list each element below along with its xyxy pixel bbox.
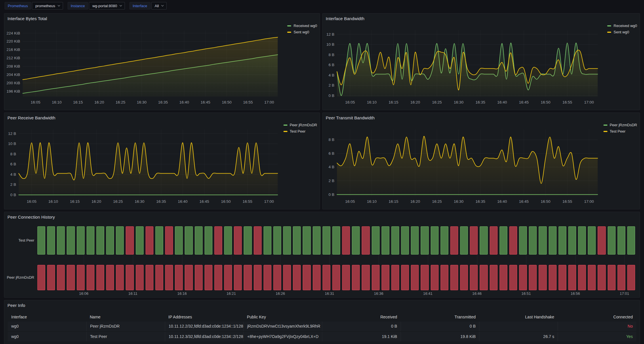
state-bar-disconnected xyxy=(214,265,222,290)
var-select-prometheus[interactable]: prometheus xyxy=(32,2,63,9)
x-axis-tick-label: 16:11 xyxy=(128,291,138,296)
state-bar-disconnected xyxy=(155,265,163,290)
x-axis-tick-label: 16:20 xyxy=(94,100,104,104)
chart-legend: Received wg0Sent wg0 xyxy=(607,24,637,36)
chart-canvas[interactable]: 196 KiB200 KiB204 KiB208 KiB212 KiB216 K… xyxy=(4,14,320,110)
column-header-transmitted[interactable]: Transmitted xyxy=(401,312,479,322)
x-axis-tick-label: 16:25 xyxy=(113,199,123,204)
cell-public-key: +8he+pyWH7Oa9g2FVjIxQzy04brLX+D xyxy=(243,332,322,341)
state-bar-disconnected xyxy=(450,226,458,255)
cell-received: 19.1 KiB xyxy=(322,332,401,341)
legend-item[interactable]: Peer jRzmDsDR xyxy=(603,123,637,127)
state-bar-disconnected xyxy=(598,265,605,290)
state-bar-disconnected xyxy=(47,265,55,290)
column-header-name[interactable]: Name xyxy=(86,312,165,322)
x-axis-tick-label: 16:36 xyxy=(374,291,384,296)
panel-title[interactable]: Peer Info xyxy=(7,303,25,308)
chevron-down-icon xyxy=(119,4,122,6)
state-bar-disconnected xyxy=(618,265,625,290)
column-header-received[interactable]: Received xyxy=(322,312,401,322)
column-header-last-handshake[interactable]: Last Handshake xyxy=(479,312,558,322)
state-bar-disconnected xyxy=(126,265,134,290)
y-axis-tick-label: 6 B xyxy=(329,63,334,67)
panel-title[interactable]: Peer Receive Bandwidth xyxy=(7,115,55,120)
x-axis-tick-label: 16:26 xyxy=(276,291,285,296)
x-axis-tick-label: 16:25 xyxy=(116,100,125,104)
legend-series-swatch xyxy=(603,125,607,126)
y-axis-tick-label: 8 B xyxy=(10,152,16,156)
panel-title[interactable]: Interface Bytes Total xyxy=(7,16,47,21)
chart-canvas[interactable]: 0 B2 B4 B6 B8 B10 B12 B16:0516:1016:1516… xyxy=(323,14,640,110)
x-axis-tick-label: 16:40 xyxy=(178,199,188,204)
legend-series-swatch xyxy=(607,32,611,33)
var-select-instance[interactable]: wg-portal:8080 xyxy=(89,2,125,9)
legend-item[interactable]: Received wg0 xyxy=(287,24,317,28)
x-axis-tick-label: 16:10 xyxy=(367,100,377,104)
y-axis-tick-label: 196 KiB xyxy=(7,89,20,93)
panel-title[interactable]: Interface Bandwidth xyxy=(326,16,364,21)
state-bar-connected xyxy=(421,226,428,255)
state-bar-connected xyxy=(37,226,45,255)
cell-received: 0 B xyxy=(322,322,401,331)
x-axis-tick-label: 16:45 xyxy=(519,199,529,204)
state-bar-connected xyxy=(195,226,203,255)
panel-interface-bandwidth: Interface Bandwidth 0 B2 B4 B6 B8 B10 B1… xyxy=(322,13,640,110)
x-axis-tick-label: 16:50 xyxy=(541,199,550,204)
state-bar-disconnected xyxy=(116,265,124,290)
x-axis-tick-label: 16:10 xyxy=(52,100,62,104)
legend-item[interactable]: Test Peer xyxy=(603,129,637,133)
state-bar-disconnected xyxy=(411,265,419,290)
state-bar-disconnected xyxy=(529,265,537,290)
legend-item[interactable]: Sent wg0 xyxy=(287,30,317,34)
x-axis-tick-label: 17:00 xyxy=(584,199,594,204)
var-select-interface[interactable]: All xyxy=(151,2,167,9)
state-bar-disconnected xyxy=(273,265,281,290)
x-axis-tick-label: 16:55 xyxy=(562,100,572,104)
state-bar-connected xyxy=(244,226,251,255)
legend-item[interactable]: Sent wg0 xyxy=(607,30,637,34)
var-label-interface: Interface xyxy=(129,2,150,9)
state-bar-connected xyxy=(273,226,281,255)
state-bar-disconnected xyxy=(362,265,369,290)
legend-series-label: Peer jRzmDsDR xyxy=(610,123,637,127)
legend-series-swatch xyxy=(287,25,291,26)
legend-item[interactable]: Peer jRzmDsDR xyxy=(283,123,317,127)
state-bar-disconnected xyxy=(185,265,193,290)
x-axis-tick-label: 16:45 xyxy=(201,100,210,104)
chart-legend: Received wg0Sent wg0 xyxy=(287,24,317,36)
legend-series-label: Test Peer xyxy=(610,129,626,133)
legend-series-swatch xyxy=(283,131,287,132)
state-bar-disconnected xyxy=(165,265,173,290)
var-group-interface: Interface All xyxy=(129,2,167,9)
column-header-ip-addresses[interactable]: IP Addresses xyxy=(165,312,243,322)
x-axis-tick-label: 16:56 xyxy=(571,291,580,296)
column-header-public-key[interactable]: Public Key xyxy=(243,312,322,322)
state-bar-disconnected xyxy=(460,265,468,290)
legend-item[interactable]: Test Peer xyxy=(283,129,317,133)
state-bar-disconnected xyxy=(126,226,134,255)
state-bar-disconnected xyxy=(608,265,616,290)
state-bar-disconnected xyxy=(244,265,251,290)
cell-connected: No xyxy=(558,322,636,331)
y-axis-tick-label: 4 B xyxy=(329,73,334,77)
panel-title[interactable]: Peer Connection History xyxy=(7,215,55,219)
y-axis-tick-label: 220 KiB xyxy=(7,39,20,43)
state-bar-disconnected xyxy=(57,265,65,290)
state-bar-disconnected xyxy=(234,265,242,290)
state-bar-connected xyxy=(411,226,419,255)
chart-legend: Peer jRzmDsDRTest Peer xyxy=(603,123,637,135)
x-axis-tick-label: 16:55 xyxy=(562,199,572,204)
chart-canvas[interactable]: 0 B2 B4 B6 B8 B10 B12 B16:0516:1016:1516… xyxy=(4,113,320,209)
panel-title[interactable]: Peer Transmit Bandwidth xyxy=(326,115,375,120)
timeline-row-label: Test Peer xyxy=(4,238,34,242)
state-bar-connected xyxy=(303,226,310,255)
chart-canvas[interactable]: 0 B2 B4 B6 B8 B16:0516:1016:1516:2016:25… xyxy=(323,113,640,209)
state-bar-connected xyxy=(175,226,183,255)
cell-interface: wg0 xyxy=(8,322,86,331)
state-bar-connected xyxy=(372,226,380,255)
column-header-connected[interactable]: Connected xyxy=(558,312,636,322)
column-header-interface[interactable]: Interface xyxy=(8,312,86,322)
legend-item[interactable]: Received wg0 xyxy=(607,24,637,28)
state-bar-connected xyxy=(323,226,330,255)
x-axis-tick-label: 16:35 xyxy=(158,100,168,104)
